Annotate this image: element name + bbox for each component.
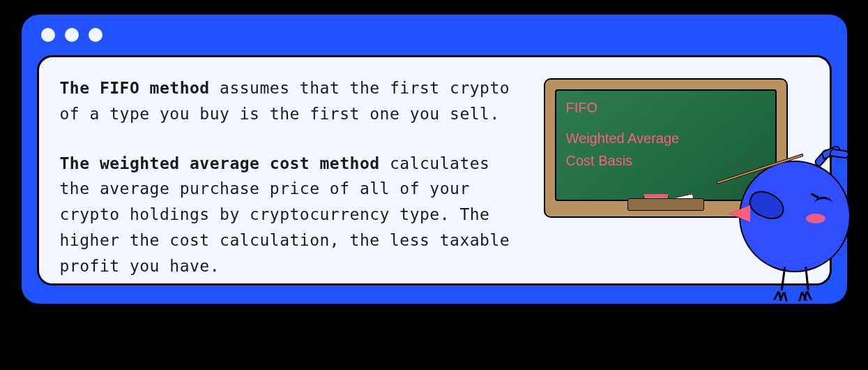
bird-mascot: ʌʌ ʌʌ [731,137,863,304]
titlebar [22,15,847,55]
window-control-dot [89,28,102,42]
bird-beak [729,205,750,222]
window-control-dot [41,28,55,42]
chalk-tray [627,198,704,211]
bird-foot: ʌʌ [797,286,809,304]
illustration-column: FIFO Weighted Average Cost Basis [544,75,809,265]
paragraph-weighted-average: The weighted average cost method calcula… [60,151,524,279]
card-wrapper: The FIFO method assumes that the first c… [20,13,849,306]
bird-eye [814,197,832,211]
text-column: The FIFO method assumes that the first c… [60,75,524,265]
paragraph-fifo: The FIFO method assumes that the first c… [60,75,524,127]
content-panel: The FIFO method assumes that the first c… [37,55,832,286]
browser-window: The FIFO method assumes that the first c… [20,13,849,306]
bird-body [739,161,851,272]
window-control-dot [65,28,79,42]
chalkboard-line-1: FIFO [566,96,768,119]
bird-foot: ʌʌ [772,286,786,305]
weighted-average-label: The weighted average cost method [60,154,380,172]
bird-cheek [806,214,825,223]
fifo-method-label: The FIFO method [60,79,210,97]
